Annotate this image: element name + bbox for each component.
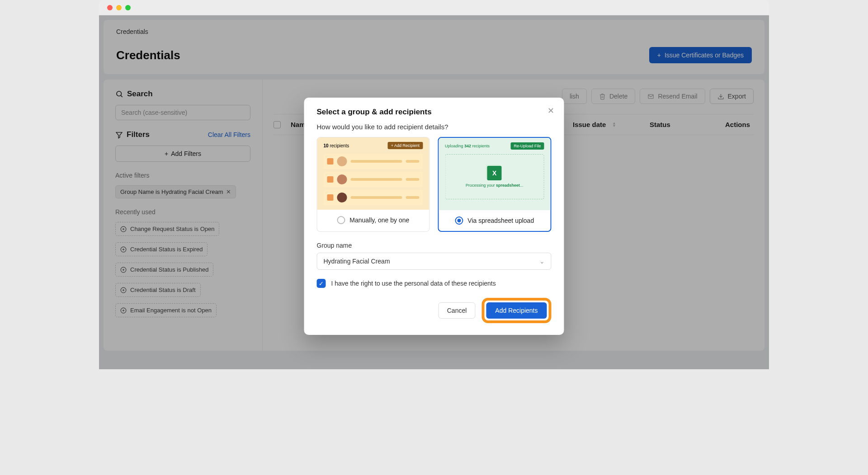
add-recipients-button[interactable]: Add Recipients — [486, 302, 547, 319]
maximize-window-dot[interactable] — [125, 5, 131, 10]
radio-spreadsheet[interactable] — [455, 216, 463, 225]
chevron-down-icon: ⌄ — [539, 258, 545, 265]
cancel-button[interactable]: Cancel — [439, 302, 476, 319]
close-window-dot[interactable] — [107, 5, 113, 10]
modal-actions: Cancel Add Recipients — [317, 298, 552, 323]
tutorial-highlight: Add Recipients — [481, 298, 551, 323]
consent-row[interactable]: ✓ I have the right to use the personal d… — [317, 279, 552, 288]
consent-checkbox[interactable]: ✓ — [317, 279, 326, 288]
option-spreadsheet[interactable]: Uploading 342 recipients Re-Upload File … — [438, 137, 552, 232]
modal-title: Select a group & add recipients — [317, 108, 552, 117]
group-name-label: Group name — [317, 242, 552, 249]
thumb-count-label: 10 recipients — [324, 143, 349, 148]
minimize-window-dot[interactable] — [116, 5, 122, 10]
spreadsheet-thumbnail: Uploading 342 recipients Re-Upload File … — [439, 138, 551, 210]
recipient-method-options: 10 recipients + Add Recipient Manually, … — [317, 137, 552, 232]
consent-text: I have the right to use the personal dat… — [331, 280, 496, 287]
thumb-add-recipient-pill: + Add Recipient — [388, 142, 423, 149]
radio-manual[interactable] — [337, 216, 345, 224]
add-recipients-modal: ✕ Select a group & add recipients How wo… — [304, 98, 564, 335]
thumb-reupload-pill: Re-Upload File — [510, 142, 544, 150]
excel-icon: X — [487, 166, 502, 180]
group-name-select[interactable]: Hydrating Facial Cream ⌄ — [317, 253, 552, 270]
thumb-uploading-label: Uploading 342 recipients — [445, 144, 490, 148]
option-manual[interactable]: 10 recipients + Add Recipient Manually, … — [317, 137, 430, 232]
mac-titlebar — [99, 0, 769, 15]
option-spreadsheet-label: Via spreadsheet upload — [467, 217, 534, 224]
group-name-value: Hydrating Facial Cream — [324, 258, 390, 265]
modal-subtitle: How would you like to add recipient deta… — [317, 123, 552, 131]
app-content: Credentials Credentials + Issue Certific… — [99, 15, 769, 369]
processing-label: Processing your spreadsheet... — [466, 183, 524, 188]
option-manual-label: Manually, one by one — [349, 216, 409, 224]
dropzone-illustration: X Processing your spreadsheet... — [445, 154, 544, 199]
manual-thumbnail: 10 recipients + Add Recipient — [317, 137, 429, 210]
close-modal-button[interactable]: ✕ — [547, 106, 554, 116]
app-window: Credentials Credentials + Issue Certific… — [99, 0, 769, 369]
